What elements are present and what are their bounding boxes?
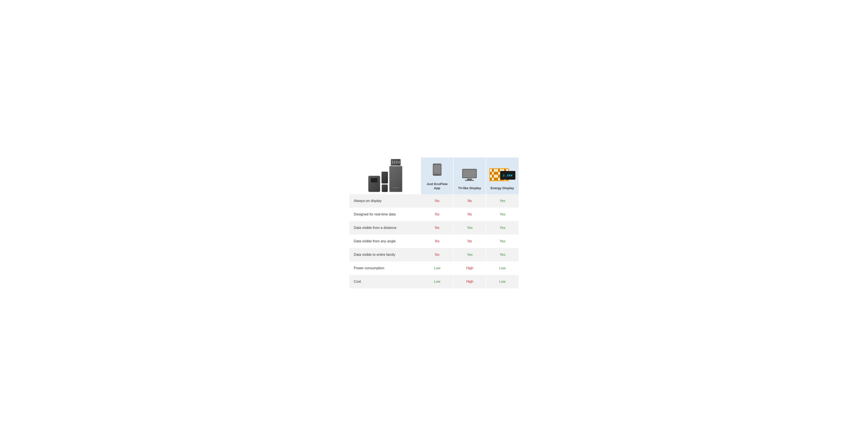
feature-cell: Data visible to entire family: [349, 248, 421, 261]
table-header: Just EcoFlow App TV-like Display: [349, 157, 519, 194]
value-cell-col2: No: [454, 208, 486, 221]
tower-port-3: [396, 161, 398, 164]
column-headers: Just EcoFlow App TV-like Display: [421, 158, 519, 194]
value-cell-col1: Low: [421, 261, 454, 275]
col2-header: TV-like Display: [454, 158, 486, 194]
tower-top: [391, 159, 401, 165]
value-cell-col3: Yes: [486, 208, 519, 221]
battery-small-unit: [381, 171, 388, 184]
value-cell-col3: Yes: [486, 248, 519, 261]
feature-cell: Always-on display: [349, 194, 421, 208]
svg-rect-6: [465, 180, 474, 181]
value-cell-col2: No: [454, 234, 486, 248]
feature-cell: Data visible from a distance: [349, 221, 421, 234]
value-cell-col3: Yes: [486, 221, 519, 234]
table-row: Data visible from any angleNoNoYes: [349, 234, 519, 248]
table-row: Data visible from a distanceNoYesYes: [349, 221, 519, 234]
value-cell-col1: No: [421, 221, 454, 234]
value-cell-col1: No: [421, 194, 454, 208]
feature-cell: Designed for real-time data: [349, 208, 421, 221]
phone-icon: [431, 163, 443, 178]
product-image-area: [349, 157, 421, 194]
value-cell-col2: High: [454, 275, 486, 288]
table-row: CostLowHighLow: [349, 275, 519, 288]
tower-port: [392, 161, 393, 164]
tv-icon-area: [461, 166, 477, 183]
svg-rect-1: [434, 165, 441, 174]
value-cell-col1: Low: [421, 275, 454, 288]
value-cell-col2: Yes: [454, 248, 486, 261]
col3-header: 2.3kW Energy Display: [486, 158, 519, 194]
svg-rect-4: [463, 170, 476, 178]
value-cell-col1: No: [421, 208, 454, 221]
value-cell-col1: No: [421, 248, 454, 261]
battery-tower: [389, 159, 402, 192]
value-cell-col2: Yes: [454, 221, 486, 234]
battery-main-unit: [368, 176, 380, 192]
battery-small-unit-2: [382, 184, 388, 192]
col1-header: Just EcoFlow App: [421, 158, 454, 194]
feature-cell: Data visible from any angle: [349, 234, 421, 248]
comparison-table: Just EcoFlow App TV-like Display: [349, 157, 519, 288]
product-image: [366, 157, 404, 194]
table-row: Data visible to entire familyNoYesYes: [349, 248, 519, 261]
table-row: Always-on displayNoNoYes: [349, 194, 519, 208]
phone-icon-area: [431, 162, 443, 179]
tower-port-2: [394, 161, 395, 164]
col3-label: Energy Display: [490, 186, 514, 190]
energy-display-visual: 2.3kW: [489, 167, 516, 182]
value-cell-col3: Low: [486, 261, 519, 275]
col1-label: Just EcoFlow App: [424, 182, 450, 190]
tv-icon: [461, 168, 477, 181]
value-cell-col1: No: [421, 234, 454, 248]
value-cell-col3: Low: [486, 275, 519, 288]
value-cell-col3: Yes: [486, 234, 519, 248]
table-row: Designed for real-time dataNoNoYes: [349, 208, 519, 221]
tower-body: [389, 166, 402, 192]
value-cell-col2: High: [454, 261, 486, 275]
tower-port-4: [398, 161, 400, 164]
table-row: Power consumptionLowHighLow: [349, 261, 519, 275]
col2-label: TV-like Display: [458, 186, 481, 190]
table-body: Always-on displayNoNoYesDesigned for rea…: [349, 194, 519, 288]
value-cell-col3: Yes: [486, 194, 519, 208]
svg-point-2: [436, 174, 437, 176]
feature-cell: Power consumption: [349, 261, 421, 275]
svg-rect-5: [467, 179, 472, 180]
value-cell-col2: No: [454, 194, 486, 208]
energy-icon-area: 2.3kW: [489, 166, 516, 183]
feature-cell: Cost: [349, 275, 421, 288]
energy-screen: 2.3kW: [500, 171, 516, 180]
